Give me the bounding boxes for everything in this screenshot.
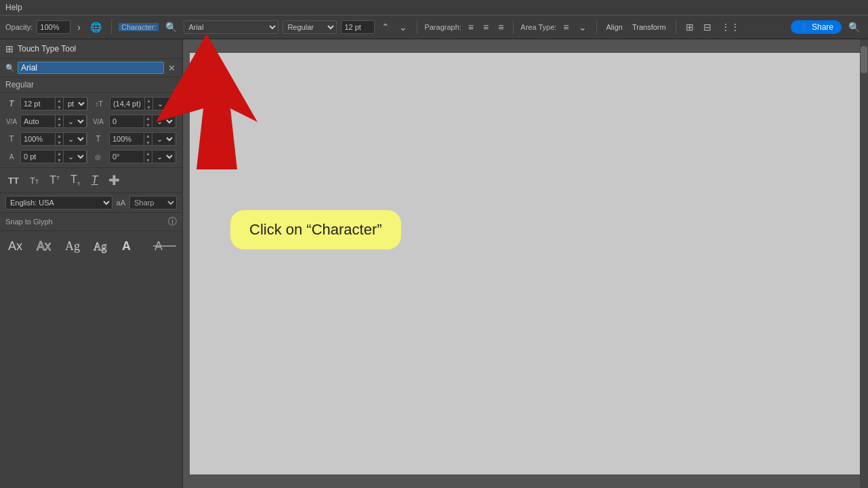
- all-caps-btn[interactable]: TT: [5, 174, 22, 187]
- character-label: Character:: [119, 23, 159, 31]
- font-family-select[interactable]: Arial: [184, 20, 278, 34]
- svg-text:A: A: [122, 239, 131, 253]
- align-center-icon[interactable]: ≡: [480, 20, 491, 34]
- font-search-input[interactable]: [18, 62, 164, 74]
- size-unit-select[interactable]: pt: [63, 97, 87, 110]
- skew-field[interactable]: [110, 152, 144, 161]
- leading-down[interactable]: ▼: [145, 104, 152, 110]
- vscale-down[interactable]: ▼: [144, 139, 152, 146]
- leading-field[interactable]: [110, 100, 144, 108]
- skew-up[interactable]: ▲: [144, 150, 152, 157]
- vscale-input-group: ▲ ▼ ⌄: [109, 132, 177, 146]
- font-style-select[interactable]: Regular: [283, 20, 337, 34]
- kerning-up[interactable]: ▲: [56, 115, 63, 121]
- baseline-unit-select[interactable]: ⌄: [63, 150, 87, 163]
- subscript-btn[interactable]: TT: [68, 172, 83, 188]
- preview-standard-btn[interactable]: Ax: [5, 237, 28, 258]
- kerning-down[interactable]: ▼: [56, 121, 63, 128]
- tracking-field[interactable]: [110, 117, 144, 125]
- share-button[interactable]: 👤 Share: [791, 20, 842, 34]
- grid-icon[interactable]: ⊞: [683, 20, 697, 34]
- preview-large-icon: A: [121, 238, 145, 254]
- leading-spinner[interactable]: ▲ ▼: [144, 97, 152, 110]
- preview-large-btn[interactable]: A: [119, 237, 146, 258]
- hscale-down[interactable]: ▼: [56, 139, 63, 146]
- tracking-spinner[interactable]: ▲ ▼: [144, 115, 152, 128]
- panel-title-bar: ⊞ Touch Type Tool: [0, 39, 182, 59]
- baseline-field[interactable]: [21, 152, 55, 161]
- kerning-spinner[interactable]: ▲ ▼: [55, 115, 63, 128]
- help-menu[interactable]: Help: [5, 3, 22, 12]
- preview-striked-btn[interactable]: A: [152, 237, 179, 258]
- strikethrough-btn[interactable]: ✚: [106, 171, 123, 190]
- font-size-input[interactable]: [341, 20, 375, 34]
- separator-2: [417, 20, 417, 34]
- tracking-down[interactable]: ▼: [144, 121, 152, 128]
- character-search-icon[interactable]: 🔍: [163, 20, 180, 34]
- hscale-up[interactable]: ▲: [56, 132, 63, 139]
- preview-stylized2-btn[interactable]: Ag: [91, 237, 114, 258]
- transform-button[interactable]: Transform: [629, 22, 669, 33]
- search-bar: 🔍 ✕: [0, 59, 182, 77]
- font-size-field[interactable]: [21, 100, 55, 108]
- info-icon[interactable]: ⓘ: [168, 216, 177, 228]
- skew-down[interactable]: ▼: [144, 157, 152, 163]
- canvas-inner: [190, 53, 861, 474]
- align-left-icon[interactable]: ≡: [466, 20, 476, 34]
- size-down[interactable]: ▼: [56, 104, 63, 110]
- leading-unit-select[interactable]: ⌄: [152, 97, 176, 110]
- vscale-unit-select[interactable]: ⌄: [152, 132, 175, 146]
- superscript-btn[interactable]: TT: [47, 173, 62, 188]
- vscale-field[interactable]: [110, 135, 144, 143]
- underline-btn[interactable]: T: [89, 173, 101, 188]
- skew-spinner[interactable]: ▲ ▼: [144, 150, 152, 163]
- opacity-chevron[interactable]: ›: [75, 20, 83, 34]
- separator-1: [111, 20, 112, 34]
- preview-stylized-btn[interactable]: Ag: [62, 237, 85, 258]
- hscale-unit-select[interactable]: ⌄: [63, 132, 87, 146]
- leading-up[interactable]: ▲: [145, 97, 152, 104]
- search-icon[interactable]: 🔍: [846, 20, 863, 34]
- globe-icon[interactable]: 🌐: [87, 20, 104, 34]
- size-leading-row: T ▲ ▼ pt ↕T ▲ ▼ ⌄: [5, 97, 177, 110]
- scrollbar-vertical[interactable]: [860, 39, 868, 488]
- controls-section: T ▲ ▼ pt ↕T ▲ ▼ ⌄: [0, 93, 182, 167]
- baseline-spinner[interactable]: ▲ ▼: [55, 150, 63, 163]
- kerning-field[interactable]: [21, 117, 55, 125]
- hscale-spinner[interactable]: ▲ ▼: [55, 132, 63, 146]
- size-spinner[interactable]: ▲ ▼: [55, 97, 63, 110]
- kerning-unit-select[interactable]: ⌄: [63, 115, 87, 128]
- tracking-up[interactable]: ▲: [144, 115, 152, 121]
- panel-title: Touch Type Tool: [18, 44, 76, 54]
- kerning-tracking-row: V/A ▲ ▼ ⌄ V/A ▲ ▼ ⌄: [5, 115, 177, 128]
- vscale-icon: T: [90, 134, 106, 144]
- language-select[interactable]: English: USA: [5, 196, 112, 209]
- align-right-icon[interactable]: ≡: [495, 20, 506, 34]
- hscale-icon: T: [5, 134, 18, 144]
- preview-outlined-btn[interactable]: Ax: [34, 237, 57, 258]
- hscale-field[interactable]: [21, 135, 55, 143]
- separator-4: [596, 20, 597, 34]
- area-type-chevron[interactable]: ⌄: [576, 20, 590, 34]
- tracking-unit-select[interactable]: ⌄: [152, 115, 175, 128]
- font-size-chevron[interactable]: ⌃: [379, 20, 392, 34]
- antialiasing-select[interactable]: Sharp: [129, 196, 177, 209]
- dots-icon[interactable]: ⋮⋮: [718, 20, 743, 34]
- font-preview-row: Ax Ax Ag Ag A A: [0, 230, 182, 263]
- skew-unit-select[interactable]: ⌄: [152, 150, 175, 163]
- baseline-up[interactable]: ▲: [56, 150, 63, 157]
- small-caps-btn[interactable]: TT: [27, 174, 41, 187]
- font-size-chevron-down[interactable]: ⌄: [396, 20, 410, 34]
- kerning-icon: V/A: [5, 118, 18, 125]
- vscale-spinner[interactable]: ▲ ▼: [144, 132, 152, 146]
- size-up[interactable]: ▲: [56, 97, 63, 104]
- area-type-icon[interactable]: ≡: [560, 20, 571, 34]
- vscale-up[interactable]: ▲: [144, 132, 152, 139]
- menu-bar: Help: [0, 0, 868, 15]
- clear-search-button[interactable]: ✕: [167, 63, 177, 73]
- baseline-down[interactable]: ▼: [56, 157, 63, 163]
- align-button[interactable]: Align: [604, 22, 625, 33]
- columns-icon[interactable]: ⊟: [701, 20, 714, 34]
- scrollbar-thumb[interactable]: [861, 46, 867, 73]
- opacity-input[interactable]: [37, 20, 70, 34]
